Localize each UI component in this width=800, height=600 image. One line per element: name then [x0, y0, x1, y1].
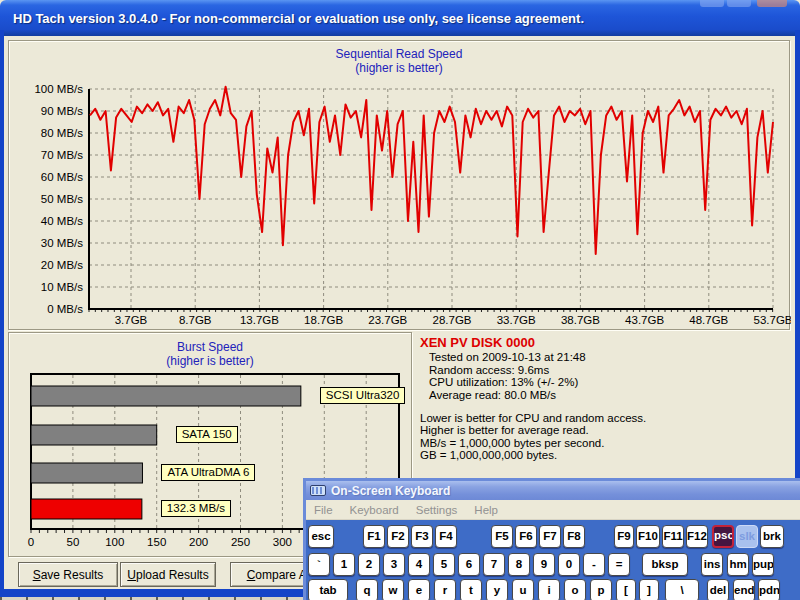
- y-axis-label: 10 MB/s: [41, 281, 83, 293]
- burst-x-label: 50: [67, 536, 80, 548]
- bar-label: ATA UltraDMA 6: [161, 464, 255, 481]
- key-esc[interactable]: esc: [308, 525, 334, 548]
- key-F12[interactable]: F12: [686, 525, 708, 548]
- osk-menu-file[interactable]: File: [314, 504, 333, 516]
- key-8[interactable]: 8: [508, 553, 530, 576]
- key-9[interactable]: 9: [533, 553, 555, 576]
- key-o[interactable]: o: [564, 579, 586, 600]
- burst-x-label: 100: [105, 536, 124, 548]
- x-axis-label: 23.7GB: [368, 314, 407, 326]
- maximize-button[interactable]: [727, 0, 751, 7]
- y-axis-label: 70 MB/s: [41, 149, 83, 161]
- close-button[interactable]: [757, 0, 787, 7]
- key-F1[interactable]: F1: [363, 525, 385, 548]
- key-F10[interactable]: F10: [636, 525, 660, 548]
- y-axis-label: 20 MB/s: [41, 259, 83, 271]
- key-pdn[interactable]: pdn: [758, 579, 780, 600]
- key-F8[interactable]: F8: [563, 525, 585, 548]
- x-axis-label: 53.7GB: [754, 314, 792, 326]
- burst-x-label: 200: [189, 536, 208, 548]
- detail-line: Tested on 2009-10-13 at 21:48: [429, 351, 586, 364]
- key-`[interactable]: `: [308, 553, 330, 576]
- key-0[interactable]: 0: [558, 553, 580, 576]
- key-backslash[interactable]: \: [665, 579, 699, 600]
- key-w[interactable]: w: [382, 579, 404, 600]
- x-axis-label: 48.7GB: [689, 314, 728, 326]
- note-line: Lower is better for CPU and random acces…: [420, 412, 646, 424]
- osk-title-bar[interactable]: On-Screen Keyboard: [306, 481, 800, 500]
- burst-bar: [31, 463, 142, 483]
- key-4[interactable]: 4: [408, 553, 430, 576]
- test-details: Tested on 2009-10-13 at 21:48Random acce…: [429, 351, 586, 402]
- y-axis-label: 60 MB/s: [41, 171, 83, 183]
- key-F4[interactable]: F4: [435, 525, 457, 548]
- key-p[interactable]: p: [590, 579, 612, 600]
- key-1[interactable]: 1: [333, 553, 355, 576]
- key-F5[interactable]: F5: [491, 525, 513, 548]
- save-results-button[interactable]: Save Results: [18, 562, 118, 587]
- osk-menu-help[interactable]: Help: [474, 504, 498, 516]
- osk-key-area: escF1F2F3F4F5F6F7F8F9F10F11F12pscslkbrk`…: [306, 520, 800, 600]
- y-axis-label: 30 MB/s: [41, 237, 83, 249]
- x-axis-label: 43.7GB: [625, 314, 664, 326]
- sequential-read-chart-svg: 3.7GB8.7GB13.7GB18.7GB23.7GB28.7GB33.7GB…: [9, 41, 791, 331]
- y-axis-label: 80 MB/s: [41, 127, 83, 139]
- results-info-panel: XEN PV DISK 0000 Tested on 2009-10-13 at…: [417, 332, 791, 478]
- x-axis-label: 18.7GB: [304, 314, 343, 326]
- key-F6[interactable]: F6: [515, 525, 537, 548]
- key-7[interactable]: 7: [483, 553, 505, 576]
- keyboard-icon: [310, 485, 326, 496]
- key-][interactable]: ]: [639, 579, 659, 600]
- x-axis-label: 28.7GB: [433, 314, 472, 326]
- key-u[interactable]: u: [512, 579, 534, 600]
- key-psc[interactable]: psc: [712, 525, 734, 548]
- title-bar: HD Tach version 3.0.4.0 - For non-commer…: [0, 0, 800, 36]
- osk-menu-settings[interactable]: Settings: [416, 504, 458, 516]
- key-F7[interactable]: F7: [539, 525, 561, 548]
- key-F11[interactable]: F11: [662, 525, 684, 548]
- key-F2[interactable]: F2: [387, 525, 409, 548]
- burst-bar: [31, 499, 142, 519]
- key-end[interactable]: end: [733, 579, 755, 600]
- key-y[interactable]: y: [486, 579, 508, 600]
- key-=[interactable]: =: [608, 553, 630, 576]
- hdtach-window: HD Tach version 3.0.4.0 - For non-commer…: [0, 0, 800, 600]
- key-6[interactable]: 6: [458, 553, 480, 576]
- on-screen-keyboard-window: On-Screen Keyboard FileKeyboardSettingsH…: [303, 478, 800, 600]
- minimize-button[interactable]: [700, 0, 724, 7]
- x-axis-label: 33.7GB: [497, 314, 536, 326]
- key-F3[interactable]: F3: [411, 525, 433, 548]
- key-i[interactable]: i: [538, 579, 560, 600]
- key-e[interactable]: e: [408, 579, 430, 600]
- key--[interactable]: -: [583, 553, 605, 576]
- key-2[interactable]: 2: [358, 553, 380, 576]
- key-brk[interactable]: brk: [760, 525, 784, 548]
- key-tab[interactable]: tab: [308, 579, 348, 600]
- detail-line: CPU utilization: 13% (+/- 2%): [429, 376, 586, 389]
- key-t[interactable]: t: [460, 579, 482, 600]
- window-border-left: [0, 30, 4, 600]
- key-F9[interactable]: F9: [614, 525, 634, 548]
- key-3[interactable]: 3: [383, 553, 405, 576]
- key-5[interactable]: 5: [433, 553, 455, 576]
- key-q[interactable]: q: [356, 579, 378, 600]
- key-r[interactable]: r: [434, 579, 456, 600]
- upload-results-button[interactable]: Upload Results: [120, 562, 216, 587]
- osk-row: tabqwertyuiop[]\delendpdn: [308, 579, 800, 600]
- burst-x-label: 300: [273, 536, 292, 548]
- burst-x-label: 250: [231, 536, 250, 548]
- osk-row: `1234567890-=bkspinshmpup: [308, 553, 800, 576]
- key-[[interactable]: [: [616, 579, 636, 600]
- key-del[interactable]: del: [707, 579, 729, 600]
- x-axis-label: 8.7GB: [179, 314, 212, 326]
- key-ins[interactable]: ins: [701, 553, 723, 576]
- key-hm[interactable]: hm: [727, 553, 749, 576]
- key-slk[interactable]: slk: [736, 525, 758, 548]
- burst-bar: [31, 425, 157, 445]
- osk-menu-keyboard[interactable]: Keyboard: [350, 504, 399, 516]
- y-axis-label: 100 MB/s: [34, 83, 83, 95]
- detail-line: Average read: 80.0 MB/s: [429, 389, 586, 402]
- key-bksp[interactable]: bksp: [642, 553, 688, 576]
- key-pup[interactable]: pup: [752, 553, 774, 576]
- bar-label: SATA 150: [176, 426, 238, 443]
